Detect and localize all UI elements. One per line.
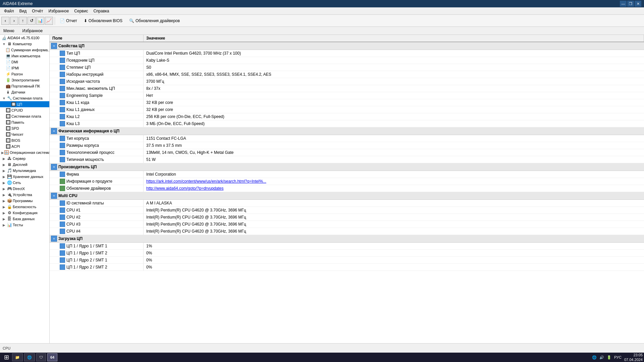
field-package-icon [60, 136, 65, 141]
forward-button[interactable]: › [10, 17, 18, 25]
sidebar-item-mb[interactable]: 🔲 Системная плата [0, 113, 49, 119]
ipmi-icon: 📄 [5, 65, 11, 71]
sidebar-item-software[interactable]: ▶ 📦 Программы [0, 198, 49, 204]
row-cpu-isa: Наборы инструкций x86, x86-64, MMX, SSE,… [50, 71, 644, 78]
section-multicpu[interactable]: ≡ Multi CPU [50, 192, 644, 200]
sidebar-item-security[interactable]: ▶ 🔒 Безопасность [0, 204, 49, 210]
sidebar-item-cpuid[interactable]: 🔲 CPUID [0, 107, 49, 113]
expand-storage-icon: ▶ [1, 175, 7, 179]
tray-battery-icon: 🔋 [607, 355, 611, 360]
sidebar-item-motherboard-group[interactable]: ▼ 🔧 Системная плата [0, 95, 49, 101]
bios-label: Обновления BIOS [89, 18, 122, 23]
expand-computer-icon: ▼ [1, 42, 7, 46]
favorites-shortcut[interactable]: Избранное [20, 28, 45, 34]
taskbar-security[interactable]: 🛡 [36, 353, 46, 361]
sidebar-item-summary[interactable]: 📋 Суммарная информа... [0, 47, 49, 53]
sidebar-item-computername[interactable]: 💻 Имя компьютера [0, 53, 49, 59]
sidebar-item-directx[interactable]: ▶ 🎮 DirectX [0, 186, 49, 192]
section-multicpu-icon: ≡ [51, 193, 57, 199]
minimize-button[interactable]: — [620, 1, 627, 7]
section-manufacturer[interactable]: ≡ Производитель ЦП [50, 163, 644, 171]
field-cpu-stepping: Степпинг ЦП [50, 64, 144, 71]
sidebar-item-acpi[interactable]: 🔲 ACPI [0, 143, 49, 149]
sidebar-item-config[interactable]: ▶ ⚙ Конфигурация [0, 210, 49, 216]
menu-file[interactable]: Файл [1, 8, 17, 14]
taskbar-browser[interactable]: 🌐 [24, 353, 35, 361]
expand-tests-icon: ▶ [1, 223, 7, 227]
value-cpu4: Intel(R) Pentium(R) CPU G4620 @ 3.70GHz,… [144, 228, 644, 234]
sidebar-item-tests[interactable]: ▶ 📊 Тесты [0, 222, 49, 228]
section-physical[interactable]: ≡ Физическая информация о ЦП [50, 127, 644, 135]
value-product-info[interactable]: https://ark.intel.com/content/www/us/en/… [144, 178, 644, 184]
value-cpu-freq: 3700 МГц [144, 78, 644, 84]
sidebar-item-network[interactable]: ▶ 🌐 Сеть [0, 180, 49, 186]
sidebar-item-power[interactable]: 🔋 Электропитание [0, 77, 49, 83]
sidebar-item-multimedia[interactable]: ▶ 🎵 Мультимедиа [0, 168, 49, 174]
section-cpu-props[interactable]: ≡ Свойства ЦП [50, 42, 644, 50]
field-l1d-cache-icon [60, 107, 65, 112]
taskbar-aida64[interactable]: 64 [47, 353, 57, 361]
field-cpu3-icon [60, 222, 65, 227]
sidebar-item-storage[interactable]: ▶ 💾 Хранение данных [0, 174, 49, 180]
up-button[interactable]: ↑ [19, 17, 27, 25]
menu-shortcut[interactable]: Меню [1, 28, 16, 34]
product-info-link[interactable]: https://ark.intel.com/content/www/us/en/… [146, 179, 266, 184]
field-driver-update: Обновление драйверов [50, 185, 144, 192]
close-button[interactable]: ✕ [635, 1, 641, 7]
report-button[interactable]: 📄 Отчет [57, 17, 80, 24]
row-core2-smt1: ЦП 1 / Ядро 2 / SMT 1 0% [50, 257, 644, 264]
expand-software-icon: ▶ [1, 199, 7, 203]
sidebar-item-ipmi[interactable]: 📄 IPMI [0, 65, 49, 71]
section-cpu-load[interactable]: ≡ Загрузка ЦП [50, 235, 644, 243]
menu-help[interactable]: Справка [91, 8, 112, 14]
sidebar-item-database[interactable]: ▶ 🗄 База данных [0, 216, 49, 222]
sidebar-item-overclock[interactable]: ⚡ Разгон [0, 71, 49, 77]
sidebar-item-portable[interactable]: 💼 Портативный ПК [0, 83, 49, 89]
field-package-type: Тип корпуса [50, 135, 144, 142]
mb-icon: 🔲 [5, 114, 11, 119]
field-l2-cache: Кэш L2 [50, 113, 144, 120]
expand-mb-icon: ▼ [1, 97, 7, 100]
driver-update-button[interactable]: 🔍 Обновления драйверов [126, 17, 183, 24]
bios-icon: ⬇ [84, 18, 87, 23]
field-l1i-cache-icon [60, 100, 65, 105]
sidebar-item-display[interactable]: ▶ 🖥 Дисплей [0, 162, 49, 168]
back-button[interactable]: ‹ [1, 17, 9, 25]
sidebar-item-devices[interactable]: ▶ 🔌 Устройства [0, 192, 49, 198]
chart-button[interactable]: 📊 [36, 17, 44, 25]
row-l1i-cache: Кэш L1 кода 32 KB per core [50, 99, 644, 106]
sidebar-item-os[interactable]: ▶ 🪟 Операционная система [0, 149, 49, 156]
sidebar-item-cpu[interactable]: 🔲 ЦП [0, 101, 49, 107]
toolbar: ‹ › ↑ ↺ 📊 📈 📄 Отчет ⬇ Обновления BIOS 🔍 … [0, 15, 644, 27]
os-icon: 🪟 [4, 150, 9, 155]
sidebar-item-memory[interactable]: 🔲 Память [0, 119, 49, 125]
driver-update-link[interactable]: http://www.aida64.com/goto/?p=drvupdates [146, 186, 223, 191]
taskbar-explorer[interactable]: 📁 [12, 353, 23, 361]
sidebar-item-server[interactable]: ▶ 🖧 Сервер [0, 156, 49, 162]
sidebar-item-computer[interactable]: ▼ 🖥 Компьютер [0, 41, 49, 47]
section-cpu-title: Свойства ЦП [58, 44, 85, 48]
title-bar: AIDA64 Extreme — ❐ ✕ [0, 0, 644, 7]
refresh-button[interactable]: ↺ [28, 17, 36, 25]
sidebar-item-sensors[interactable]: 🌡 Датчики [0, 89, 49, 95]
field-cpu4: CPU #4 [50, 228, 144, 235]
menu-favorites[interactable]: Избранное [46, 8, 72, 14]
sidebar-item-chipset[interactable]: 🔲 Чипсет [0, 131, 49, 137]
software-icon: 📦 [7, 198, 12, 203]
row-l3-cache: Кэш L3 3 МБ (On-Die, ECC, Full-Speed) [50, 120, 644, 127]
value-driver-update[interactable]: http://www.aida64.com/goto/?p=drvupdates [144, 185, 644, 191]
menu-report[interactable]: Отчёт [29, 8, 46, 14]
menu-view[interactable]: Вид [17, 8, 30, 14]
sidebar-item-dmi[interactable]: 📄 DMI [0, 59, 49, 65]
menu-service[interactable]: Сервис [71, 8, 91, 14]
field-product-info: Информация о продукте [50, 178, 144, 185]
value-l1i-cache: 32 KB per core [144, 100, 644, 106]
maximize-button[interactable]: ❐ [627, 1, 634, 7]
network-icon: 🌐 [7, 180, 12, 185]
sidebar-item-bios[interactable]: 🔲 BIOS [0, 137, 49, 143]
bios-update-button[interactable]: ⬇ Обновления BIOS [81, 17, 125, 24]
start-button[interactable]: ⊞ [1, 353, 11, 362]
sidebar-item-spd[interactable]: 🔲 SPD [0, 125, 49, 131]
graph-button[interactable]: 📈 [45, 17, 53, 25]
row-product-info: Информация о продукте https://ark.intel.… [50, 178, 644, 185]
